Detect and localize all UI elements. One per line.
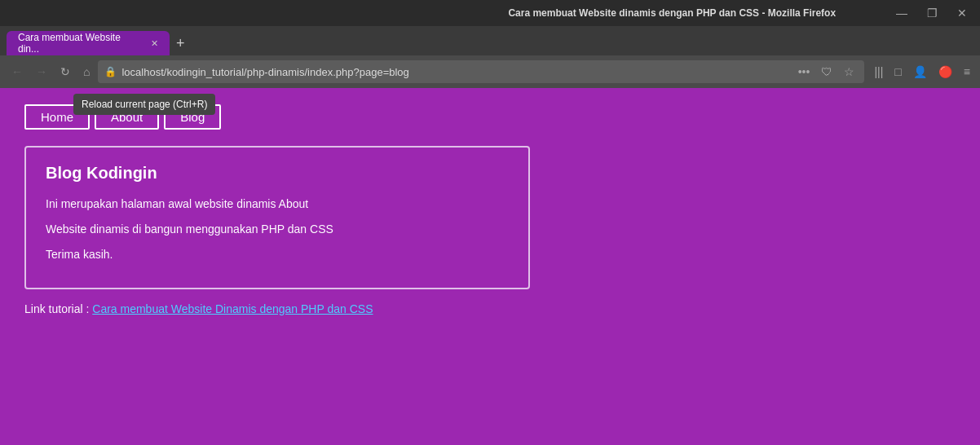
window-title: Cara membuat Website dinamis dengan PHP … bbox=[452, 7, 894, 19]
nav-bar: ← → ↻ ⌂ 🔒 ••• 🛡 ☆ ||| □ 👤 🔴 ≡ bbox=[0, 55, 980, 88]
more-button[interactable]: ••• bbox=[795, 64, 814, 80]
address-extras: ••• 🛡 ☆ bbox=[795, 64, 859, 80]
site-navigation: Home About Blog bbox=[24, 104, 956, 130]
content-box: Blog Kodingin Ini merupakan halaman awal… bbox=[24, 146, 530, 289]
tab-label: Cara membuat Website din... bbox=[18, 32, 144, 55]
minimize-button[interactable]: — bbox=[893, 5, 911, 21]
link-label: Link tutorial : bbox=[24, 302, 89, 315]
profile-button[interactable]: 👤 bbox=[910, 64, 930, 80]
forward-button[interactable]: → bbox=[31, 62, 52, 82]
nav-home-button[interactable]: Home bbox=[24, 104, 90, 130]
shield-button[interactable]: 🛡 bbox=[818, 64, 836, 80]
tab-manager-button[interactable]: □ bbox=[891, 64, 904, 80]
restore-button[interactable]: ❐ bbox=[924, 5, 941, 21]
address-input[interactable] bbox=[121, 66, 789, 78]
content-line-2: Website dinamis di bangun menggunakan PH… bbox=[46, 221, 509, 238]
security-icon: 🔒 bbox=[104, 66, 117, 77]
nav-blog-button[interactable]: Blog bbox=[164, 104, 221, 130]
menu-button[interactable]: ≡ bbox=[960, 64, 973, 80]
content-line-1: Ini merupakan halaman awal website dinam… bbox=[46, 196, 509, 213]
close-button[interactable]: ✕ bbox=[954, 5, 970, 21]
link-section: Link tutorial : Cara membuat Website Din… bbox=[24, 302, 956, 315]
tab-close-button[interactable]: ✕ bbox=[151, 38, 158, 49]
back-button[interactable]: ← bbox=[7, 62, 28, 82]
page-background: Home About Blog Blog Kodingin Ini merupa… bbox=[0, 88, 980, 445]
tab-bar: Cara membuat Website din... ✕ + bbox=[0, 26, 980, 55]
title-bar: Cara membuat Website dinamis dengan PHP … bbox=[0, 0, 980, 26]
home-button[interactable]: ⌂ bbox=[78, 62, 95, 82]
bookmark-button[interactable]: ☆ bbox=[841, 64, 858, 80]
active-tab[interactable]: Cara membuat Website din... ✕ bbox=[7, 31, 170, 55]
blog-title: Blog Kodingin bbox=[46, 164, 509, 183]
tutorial-link[interactable]: Cara membuat Website Dinamis dengan PHP … bbox=[92, 302, 373, 315]
browser-toolbar: ||| □ 👤 🔴 ≡ bbox=[871, 64, 973, 80]
window-controls: — ❐ ✕ bbox=[893, 5, 970, 21]
address-bar-container: 🔒 ••• 🛡 ☆ bbox=[98, 60, 864, 83]
new-tab-button[interactable]: + bbox=[176, 35, 185, 55]
collections-button[interactable]: ||| bbox=[871, 64, 886, 80]
nav-about-button[interactable]: About bbox=[95, 104, 159, 130]
extension-button[interactable]: 🔴 bbox=[935, 64, 956, 80]
reload-button[interactable]: ↻ bbox=[55, 62, 75, 82]
content-line-3: Terima kasih. bbox=[46, 246, 509, 263]
